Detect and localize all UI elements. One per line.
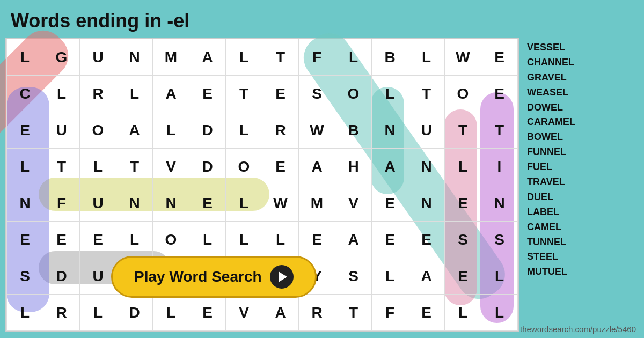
grid-cell: W: [445, 39, 481, 76]
grid-cell: A: [153, 76, 189, 112]
grid-cell: A: [335, 222, 372, 258]
grid-cell: S: [481, 222, 518, 258]
grid-cell: A: [262, 295, 299, 331]
grid-cell: E: [7, 112, 43, 149]
grid-cell: O: [335, 76, 372, 112]
grid-cell: E: [7, 222, 43, 258]
word-list-item: TUNNEL: [527, 235, 575, 250]
page-title: Words ending in -el: [0, 0, 644, 38]
grid-cell: T: [408, 76, 445, 112]
grid-cell: T: [116, 149, 153, 185]
grid-cell: I: [481, 149, 518, 185]
grid-cell: A: [189, 39, 226, 76]
grid-cell: N: [153, 185, 189, 222]
grid-cell: L: [408, 39, 445, 76]
grid-cell: L: [7, 295, 43, 331]
grid-cell: N: [481, 185, 518, 222]
word-list-item: MUTUEL: [527, 264, 575, 280]
grid-cell: S: [335, 258, 372, 295]
grid-cell: E: [262, 76, 299, 112]
word-list-item: DOWEL: [527, 100, 575, 115]
grid-cell: L: [372, 258, 408, 295]
grid-cell: B: [372, 39, 408, 76]
word-list-item: CARAMEL: [527, 115, 575, 130]
grid-cell: T: [335, 295, 372, 331]
word-list-item: TRAVEL: [527, 175, 575, 190]
grid-cell: L: [226, 112, 262, 149]
grid-cell: N: [116, 39, 153, 76]
grid-cell: U: [43, 112, 80, 149]
grid-cell: E: [481, 39, 518, 76]
grid-cell: L: [226, 39, 262, 76]
grid-cell: T: [43, 149, 80, 185]
grid-cell: E: [262, 149, 299, 185]
word-list-item: STEEL: [527, 249, 575, 264]
grid-cell: S: [299, 76, 335, 112]
grid-cell: L: [80, 149, 116, 185]
grid-cell: R: [299, 295, 335, 331]
grid-cell: N: [7, 185, 43, 222]
grid-cell: T: [226, 76, 262, 112]
grid-cell: E: [299, 222, 335, 258]
word-list-item: CHANNEL: [527, 55, 575, 70]
word-list-item: WEASEL: [527, 85, 575, 100]
grid-cell: S: [445, 222, 481, 258]
grid-cell: C: [7, 76, 43, 112]
grid-cell: L: [335, 39, 372, 76]
grid-cell: F: [299, 39, 335, 76]
grid-cell: L: [116, 76, 153, 112]
grid-cell: L: [7, 39, 43, 76]
grid-cell: L: [153, 112, 189, 149]
word-list-item: BOWEL: [527, 130, 575, 145]
grid-cell: L: [189, 222, 226, 258]
grid-cell: N: [116, 185, 153, 222]
grid-cell: V: [153, 149, 189, 185]
grid-cell: E: [372, 185, 408, 222]
word-list-item: CAMEL: [527, 220, 575, 235]
grid-cell: L: [43, 76, 80, 112]
grid-cell: E: [408, 222, 445, 258]
grid-cell: E: [445, 258, 481, 295]
grid-cell: E: [189, 185, 226, 222]
grid-cell: E: [445, 185, 481, 222]
grid-cell: V: [226, 295, 262, 331]
grid-cell: N: [408, 149, 445, 185]
grid-cell: L: [153, 295, 189, 331]
website-credit: thewordsearch.com/puzzle/5460: [520, 325, 636, 334]
grid-cell: L: [226, 185, 262, 222]
grid-cell: U: [80, 185, 116, 222]
grid-cell: B: [335, 112, 372, 149]
grid-cell: R: [80, 76, 116, 112]
grid-cell: H: [335, 149, 372, 185]
grid-cell: E: [408, 295, 445, 331]
grid-cell: D: [116, 295, 153, 331]
grid-cell: T: [445, 112, 481, 149]
word-list-item: GRAVEL: [527, 70, 575, 85]
grid-cell: T: [481, 112, 518, 149]
grid-cell: W: [262, 185, 299, 222]
grid-cell: R: [262, 112, 299, 149]
grid-cell: A: [408, 258, 445, 295]
play-icon: [270, 265, 294, 289]
word-list-item: VESSEL: [527, 40, 575, 55]
grid-cell: L: [7, 149, 43, 185]
grid-cell: L: [481, 295, 518, 331]
word-list-item: FUNNEL: [527, 145, 575, 160]
play-button[interactable]: Play Word Search: [111, 256, 317, 298]
grid-cell: L: [481, 258, 518, 295]
grid-cell: N: [372, 112, 408, 149]
grid-cell: V: [335, 185, 372, 222]
grid-cell: O: [153, 222, 189, 258]
grid-cell: E: [43, 222, 80, 258]
grid-cell: T: [262, 39, 299, 76]
grid-cell: D: [189, 149, 226, 185]
grid-cell: U: [408, 112, 445, 149]
word-list-item: FUEL: [527, 160, 575, 175]
grid-cell: O: [226, 149, 262, 185]
grid-cell: M: [153, 39, 189, 76]
grid-cell: L: [262, 222, 299, 258]
grid-cell: E: [481, 76, 518, 112]
grid-cell: U: [80, 39, 116, 76]
grid-cell: A: [372, 149, 408, 185]
grid-cell: A: [116, 112, 153, 149]
